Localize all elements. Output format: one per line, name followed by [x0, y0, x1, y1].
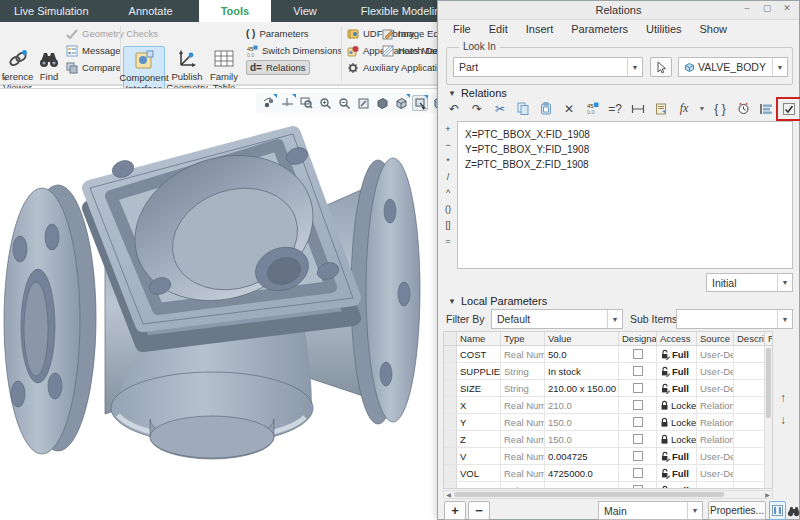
scrollbar-thumb[interactable]	[766, 348, 771, 418]
chevron-down-icon[interactable]: ▼	[772, 58, 787, 76]
designate-checkbox[interactable]	[633, 366, 643, 376]
col-source[interactable]: Source	[697, 332, 734, 345]
table-row[interactable]: X Real Numb 210.0 Locked Relation	[444, 397, 772, 414]
designate-checkbox[interactable]	[633, 434, 643, 444]
measure-button[interactable]	[627, 99, 649, 119]
chevron-down-icon[interactable]: ▼	[687, 502, 702, 519]
table-vertical-scrollbar[interactable]	[764, 346, 772, 488]
zoom-out-icon[interactable]	[336, 95, 352, 111]
graphics-area[interactable]	[0, 88, 437, 520]
op-plus-button[interactable]: +	[441, 122, 455, 135]
relations-button[interactable]: d= Relations	[246, 60, 310, 75]
delete-button[interactable]: ✕	[558, 99, 580, 119]
verify-relations-button[interactable]	[778, 99, 800, 119]
collapse-triangle-icon[interactable]: ▼	[448, 297, 456, 306]
redo-button[interactable]: ↷	[466, 99, 488, 119]
function-dropdown-arrow[interactable]: ▼	[696, 99, 708, 119]
paste-button[interactable]	[535, 99, 557, 119]
op-parens-button[interactable]: ()	[441, 202, 455, 215]
tab-tools[interactable]: Tools	[199, 0, 272, 22]
sorted-relations-button[interactable]	[755, 99, 777, 119]
designate-checkbox[interactable]	[633, 468, 643, 478]
table-row[interactable]: SUPPLIER String In stock Full User-Defin	[444, 363, 772, 380]
customize-columns-button[interactable]	[769, 501, 786, 520]
table-row[interactable]: Y Real Numb 150.0 Locked Relation	[444, 414, 772, 431]
display-style-icon[interactable]	[374, 95, 390, 111]
table-row[interactable]: SIZE String 210.00 x 150.00 x 150.00 Ful…	[444, 380, 772, 397]
designate-checkbox[interactable]	[633, 451, 643, 461]
col-type[interactable]: Type	[501, 332, 545, 345]
col-access[interactable]: Access	[657, 332, 697, 345]
evaluate-button[interactable]: =?	[604, 99, 626, 119]
close-button[interactable]: ✕	[781, 3, 793, 13]
menu-show[interactable]: Show	[691, 23, 737, 35]
repaint-icon[interactable]	[355, 95, 371, 111]
dialog-titlebar[interactable]: Relations – ▢ ✕	[438, 1, 799, 20]
move-row-up-button[interactable]: ↑	[780, 391, 786, 405]
find-parameter-button[interactable]	[787, 501, 800, 520]
tab-live-simulation[interactable]: Live Simulation	[0, 0, 103, 22]
move-row-down-button[interactable]: ↓	[780, 413, 786, 427]
refit-icon[interactable]	[298, 95, 314, 111]
spin-center-icon[interactable]	[260, 95, 276, 111]
switch-dimensions-button[interactable]: 450.0 Switch Dimensions	[246, 43, 342, 58]
sub-items-combo[interactable]: ▼	[676, 309, 793, 329]
menu-edit[interactable]: Edit	[480, 23, 517, 35]
op-equals-button[interactable]: =	[441, 234, 455, 247]
menu-utilities[interactable]: Utilities	[637, 23, 690, 35]
shaded-view-icon[interactable]	[393, 95, 409, 111]
designate-checkbox[interactable]	[633, 400, 643, 410]
look-in-scope-combo[interactable]: Part ▼	[453, 57, 643, 77]
pick-object-button[interactable]	[650, 57, 672, 77]
add-parameter-button[interactable]: +	[444, 501, 466, 520]
op-brackets-button[interactable]: []	[441, 218, 455, 231]
left-group-dropdown-arrow[interactable]: ▾	[3, 74, 7, 83]
menu-file[interactable]: File	[444, 23, 480, 35]
scroll-left-arrow[interactable]: ◀	[444, 491, 453, 498]
op-divide-button[interactable]: /	[441, 170, 455, 183]
look-in-object-combo[interactable]: VALVE_BODY ▼	[678, 57, 788, 77]
minimize-button[interactable]: –	[741, 3, 753, 13]
zoom-in-icon[interactable]	[317, 95, 333, 111]
op-power-button[interactable]: ^	[441, 186, 455, 199]
designate-checkbox[interactable]	[633, 417, 643, 427]
op-multiply-button[interactable]: *	[441, 154, 455, 167]
units-check-button[interactable]	[732, 99, 754, 119]
insert-braces-button[interactable]: { }	[709, 99, 731, 119]
chevron-down-icon[interactable]: ▼	[627, 58, 642, 76]
col-value[interactable]: Value	[545, 332, 619, 345]
table-row[interactable]: COST Real Numb 50.0 Full User-Defin	[444, 346, 772, 363]
remove-parameter-button[interactable]: −	[468, 501, 490, 520]
col-designate[interactable]: Designate	[619, 332, 657, 345]
scrollbar-thumb[interactable]	[454, 492, 724, 497]
tab-view[interactable]: View	[271, 0, 339, 22]
table-row[interactable]: PTC_MATERIA Strin PTC_SYSTEM_MTRL_PR Ful…	[444, 482, 772, 489]
table-row[interactable]: Z Real Numb 150.0 Locked Relation	[444, 431, 772, 448]
menu-parameters[interactable]: Parameters	[562, 23, 637, 35]
saved-orientations-icon[interactable]	[412, 95, 428, 111]
copy-button[interactable]	[512, 99, 534, 119]
valve-body-model[interactable]	[0, 89, 437, 520]
col-description[interactable]: Descriptio	[734, 332, 765, 345]
op-minus-button[interactable]: −	[441, 138, 455, 151]
parameter-group-combo[interactable]: Main ▼	[598, 501, 703, 520]
collapse-triangle-icon[interactable]: ▼	[448, 89, 456, 98]
relations-library-button[interactable]	[650, 99, 672, 119]
designate-checkbox[interactable]	[633, 349, 643, 359]
switch-dimensions-toggle-button[interactable]: 450.0	[581, 99, 603, 119]
col-name[interactable]: Name	[457, 332, 501, 345]
local-parameters-section-header[interactable]: ▼ Local Parameters	[448, 295, 547, 307]
designate-checkbox[interactable]	[633, 485, 643, 489]
geometry-checks-button[interactable]: Geometry Checks	[66, 26, 158, 41]
undo-button[interactable]: ↶	[443, 99, 465, 119]
col-restricted[interactable]: Res	[765, 332, 773, 345]
filter-by-combo[interactable]: Default ▼	[491, 309, 623, 329]
designate-checkbox[interactable]	[633, 383, 643, 393]
3d-dragger-icon[interactable]	[279, 95, 295, 111]
scroll-right-arrow[interactable]: ▶	[763, 491, 772, 498]
parameters-button[interactable]: ( ) Parameters	[246, 26, 309, 41]
initial-combo[interactable]: Initial ▼	[706, 273, 793, 292]
chevron-down-icon[interactable]: ▼	[607, 310, 622, 328]
relations-editor[interactable]: X=PTC_BBOX_X:FID_1908 Y=PTC_BBOX_Y:FID_1…	[457, 121, 793, 269]
menu-insert[interactable]: Insert	[517, 23, 563, 35]
